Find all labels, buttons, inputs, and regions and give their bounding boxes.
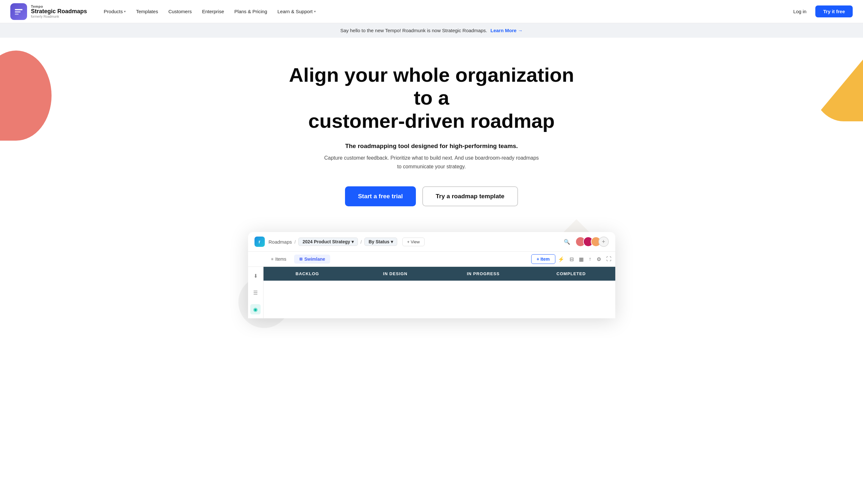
hero-section: Align your whole organization to a custo…	[0, 38, 863, 338]
breadcrumb-separator2: /	[361, 239, 362, 245]
tab-swimlane[interactable]: ⊞ Swimlane	[294, 255, 330, 263]
add-item-button[interactable]: + Item	[531, 254, 555, 264]
columns-icon[interactable]: ▦	[579, 256, 584, 262]
announcement-banner: Say hello to the new Tempo! Roadmunk is …	[0, 23, 863, 38]
svg-rect-1	[15, 11, 21, 13]
sidebar-icon-list[interactable]: ☰	[250, 287, 261, 298]
breadcrumb-root[interactable]: Roadmaps	[269, 239, 292, 245]
products-chevron-icon: ▾	[124, 10, 126, 13]
banner-learn-more-link[interactable]: Learn More →	[490, 28, 523, 33]
export-icon[interactable]: ↑	[589, 256, 591, 262]
swimlane-col-progress: IN PROGRESS	[439, 267, 527, 281]
hero-buttons: Start a free trial Try a roadmap templat…	[7, 186, 856, 206]
toolbar-action-icons: ⚡ ⊟ ▦ ↑ ⚙ ⛶	[558, 256, 611, 262]
app-body: ⬇ ☰ ◉ BACKLOG IN DESIGN IN PROGRESS COMP…	[248, 267, 615, 318]
app-logo-small: r	[254, 236, 265, 247]
breadcrumb-project[interactable]: 2024 Product Strategy ▾	[298, 237, 358, 246]
logo-formerly: formerly Roadmunk	[31, 15, 87, 18]
learn-chevron-icon: ▾	[314, 10, 316, 13]
fullscreen-icon[interactable]: ⛶	[606, 256, 611, 262]
app-window: r Roadmaps / 2024 Product Strategy ▾ / B…	[248, 232, 615, 318]
app-sidebar: ⬇ ☰ ◉	[248, 267, 263, 318]
svg-rect-0	[15, 9, 23, 10]
add-view-button[interactable]: + View	[402, 237, 425, 246]
logo-product-name: Strategic Roadmaps	[31, 8, 87, 15]
app-toolbar-secondary: ≡ Items ⊞ Swimlane + Item ⚡ ⊟ ▦ ↑ ⚙ ⛶	[248, 252, 615, 267]
tab-items[interactable]: ≡ Items	[266, 255, 291, 263]
nav-right: Log in Try it free	[790, 5, 853, 17]
project-chevron-icon: ▾	[351, 239, 354, 244]
banner-text: Say hello to the new Tempo! Roadmunk is …	[340, 28, 487, 33]
breadcrumb: Roadmaps / 2024 Product Strategy ▾ / By …	[269, 237, 425, 246]
items-tab-icon: ≡	[271, 257, 274, 261]
hero-subheading: The roadmapping tool designed for high-p…	[7, 143, 856, 150]
start-trial-button[interactable]: Start a free trial	[345, 186, 415, 206]
roadmap-template-button[interactable]: Try a roadmap template	[422, 186, 518, 206]
sidebar-icon-roadmap[interactable]: ◉	[250, 304, 261, 314]
nav-enterprise[interactable]: Enterprise	[198, 6, 228, 17]
navbar: Tempo Strategic Roadmaps formerly Roadmu…	[0, 0, 863, 23]
login-link[interactable]: Log in	[790, 6, 811, 17]
swimlane-col-completed: COMPLETED	[527, 267, 615, 281]
app-toolbar-primary: r Roadmaps / 2024 Product Strategy ▾ / B…	[248, 232, 615, 252]
hero-heading: Align your whole organization to a custo…	[287, 63, 577, 132]
logo-text: Tempo Strategic Roadmaps formerly Roadmu…	[31, 4, 87, 18]
search-icon[interactable]: 🔍	[562, 237, 572, 246]
breadcrumb-view[interactable]: By Status ▾	[364, 237, 397, 246]
avatar-group: +	[575, 236, 609, 247]
nav-products[interactable]: Products ▾	[100, 6, 129, 17]
swimlane-header: BACKLOG IN DESIGN IN PROGRESS COMPLETED	[263, 267, 615, 281]
nav-links: Products ▾ Templates Customers Enterpris…	[100, 6, 790, 17]
add-avatar-button[interactable]: +	[599, 236, 609, 247]
nav-learn[interactable]: Learn & Support ▾	[274, 6, 319, 17]
app-preview-wrapper: r Roadmaps / 2024 Product Strategy ▾ / B…	[245, 232, 618, 318]
settings-icon[interactable]: ⚙	[597, 256, 601, 262]
swimlane-tab-icon: ⊞	[299, 257, 302, 261]
filter-icon[interactable]: ⚡	[558, 256, 564, 262]
logo-area[interactable]: Tempo Strategic Roadmaps formerly Roadmu…	[10, 3, 87, 20]
hero-description: Capture customer feedback. Prioritize wh…	[322, 154, 541, 171]
svg-rect-2	[15, 14, 19, 15]
sidebar-icon-download[interactable]: ⬇	[250, 271, 261, 281]
breadcrumb-separator: /	[295, 239, 296, 245]
group-icon[interactable]: ⊟	[570, 256, 574, 262]
hero-blob-right	[811, 44, 863, 121]
swimlane-content: BACKLOG IN DESIGN IN PROGRESS COMPLETED	[263, 267, 615, 318]
try-free-button[interactable]: Try it free	[815, 5, 853, 17]
nav-templates[interactable]: Templates	[132, 6, 162, 17]
swimlane-col-backlog: BACKLOG	[263, 267, 351, 281]
nav-customers[interactable]: Customers	[165, 6, 196, 17]
swimlane-col-design: IN DESIGN	[351, 267, 439, 281]
hero-blob-left	[0, 51, 52, 141]
logo-icon	[10, 3, 27, 20]
nav-pricing[interactable]: Plans & Pricing	[231, 6, 271, 17]
view-chevron-icon: ▾	[391, 239, 393, 244]
